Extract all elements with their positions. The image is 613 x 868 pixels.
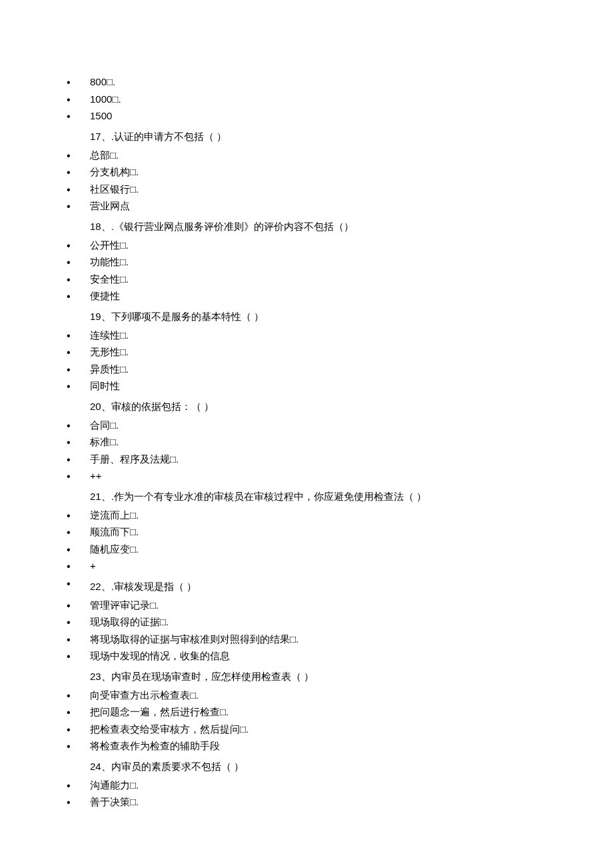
option-item: 沟通能力□. [67, 777, 613, 794]
option-list: 合同□.标准□.手册、程序及法规□.++ [0, 417, 613, 485]
option-list: 向受审查方出示检查表□.把问题念一遍，然后进行检查□.把检查表交给受审核方，然后… [0, 687, 613, 755]
option-list: 800□.1000□.1500 [0, 73, 613, 125]
option-list: 总部□.分支机构□.社区银行□.营业网点 [0, 147, 613, 215]
option-item: 随机应变□. [67, 541, 613, 558]
option-item: 无形性□. [67, 343, 613, 361]
option-item: 社区银行□. [67, 181, 613, 198]
option-item: 把检查表交给受审核方，然后提问□. [67, 721, 613, 738]
option-item: 分支机构□. [67, 163, 613, 181]
option-item: 合同□. [67, 417, 613, 434]
option-item: 公开性□. [67, 237, 613, 254]
option-item: 顺流而下□. [67, 523, 613, 541]
option-list: 公开性□.功能性□.安全性□.便捷性 [0, 237, 613, 305]
option-item: 将检查表作为检查的辅助手段 [67, 737, 613, 755]
question-text: 22、.审核发现是指（ ） [0, 579, 613, 595]
option-list: 管理评审记录□.现场取得的证据□.将现场取得的证据与审核准则对照得到的结果□.现… [0, 597, 613, 665]
option-item: 营业网点 [67, 197, 613, 215]
option-item: + [67, 557, 613, 575]
option-item: 向受审查方出示检查表□. [67, 687, 613, 704]
question-text: 23、内审员在现场审查时，应怎样使用检查表（ ） [0, 669, 613, 685]
option-item: 功能性□. [67, 253, 613, 271]
question-text: 24、内审员的素质要求不包括（ ） [0, 759, 613, 775]
option-item: 标准□. [67, 433, 613, 451]
option-item: 现场取得的证据□. [67, 613, 613, 631]
option-list: 沟通能力□.善于决策□. [0, 777, 613, 811]
option-item: 同时性 [67, 377, 613, 395]
option-item: 异质性□. [67, 361, 613, 378]
option-item: 手册、程序及法规□. [67, 451, 613, 468]
option-list: 连续性□.无形性□.异质性□.同时性 [0, 327, 613, 395]
question-text: 20、审核的依据包括：（ ） [0, 399, 613, 415]
document-content: 800□.1000□.150017、.认证的申请方不包括（ ）总部□.分支机构□… [0, 73, 613, 811]
question-text: 19、下列哪项不是服务的基本特性（ ） [0, 309, 613, 325]
option-item: 1500 [67, 107, 613, 125]
option-item: 便捷性 [67, 287, 613, 305]
option-item: ++ [67, 467, 613, 485]
option-item: 现场中发现的情况，收集的信息 [67, 647, 613, 665]
option-item: 管理评审记录□. [67, 597, 613, 614]
option-item: 安全性□. [67, 271, 613, 288]
option-item: 将现场取得的证据与审核准则对照得到的结果□. [67, 631, 613, 648]
question-text: 18、.《银行营业网点服务评价准则》的评价内容不包括（） [0, 219, 613, 235]
question-text: 17、.认证的申请方不包括（ ） [0, 129, 613, 145]
option-list: 逆流而上□.顺流而下□.随机应变□.+ [0, 507, 613, 575]
option-item: 逆流而上□. [67, 507, 613, 524]
option-item: 800□. [67, 73, 613, 91]
option-item: 1000□. [67, 91, 613, 108]
option-item: 把问题念一遍，然后进行检查□. [67, 703, 613, 721]
option-item: 总部□. [67, 147, 613, 164]
option-item: 善于决策□. [67, 793, 613, 811]
option-item: 连续性□. [67, 327, 613, 344]
question-text: 21、.作为一个有专业水准的审核员在审核过程中，你应避免使用检查法（ ） [0, 489, 613, 505]
